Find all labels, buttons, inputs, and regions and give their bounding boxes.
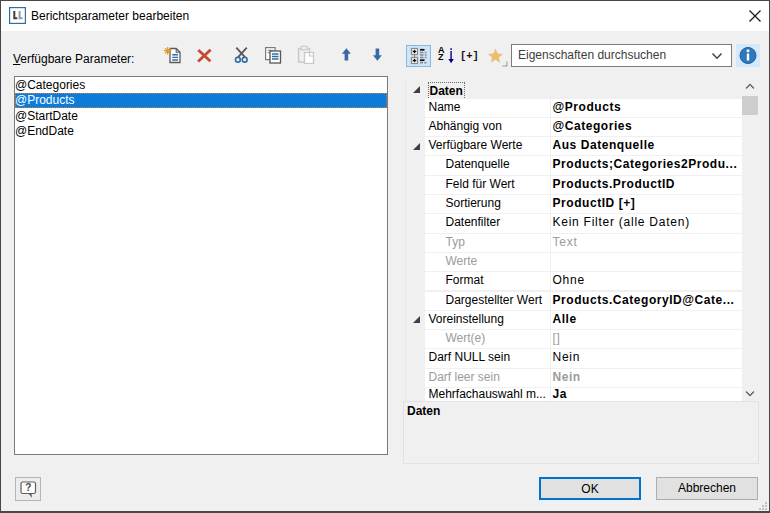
svg-text:?: ? [25,482,31,493]
